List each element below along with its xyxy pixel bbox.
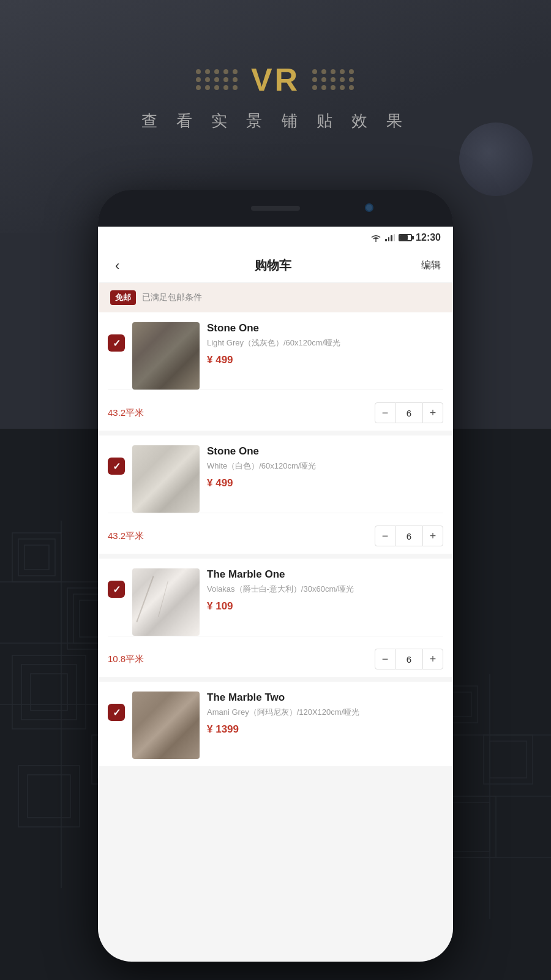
cart-item: ✓ Stone One Light Grey（浅灰色）/60x120cm/哑光 … <box>98 312 453 431</box>
cart-item-top: ✓ The Marble One Volakas（爵士白-意大利）/30x60c… <box>108 568 443 636</box>
cart-item: ✓ The Marble Two Amani Grey（阿玛尼灰）/120X12… <box>98 682 453 766</box>
item-name-1: Stone One <box>207 322 443 334</box>
vr-dots-right <box>312 69 355 90</box>
marble-texture-2 <box>132 692 200 759</box>
vr-dots-left <box>196 69 239 90</box>
shipping-banner: 免邮 已满足包邮条件 <box>98 283 453 312</box>
qty-minus-1[interactable]: − <box>375 402 395 423</box>
svg-rect-0 <box>12 533 61 582</box>
item-name-4: The Marble Two <box>207 692 443 704</box>
quantity-control-1: − 6 + <box>375 402 443 423</box>
qty-minus-3[interactable]: − <box>375 649 395 669</box>
item-bottom-3: 10.8平米 − 6 + <box>108 644 443 669</box>
item-spec-4: Amani Grey（阿玛尼灰）/120X120cm/哑光 <box>207 706 443 718</box>
item-checkbox-3[interactable]: ✓ <box>108 581 125 598</box>
wifi-icon <box>370 233 381 242</box>
vr-title: VR <box>251 61 300 98</box>
phone-camera <box>365 203 373 212</box>
item-name-2: Stone One <box>207 445 443 458</box>
item-bottom-2: 43.2平米 − 6 + <box>108 521 443 546</box>
svg-rect-1 <box>18 539 55 576</box>
stone-texture-1 <box>132 322 200 390</box>
item-spec-3: Volakas（爵士白-意大利）/30x60cm/哑光 <box>207 583 443 595</box>
quantity-control-2: − 6 + <box>375 526 443 546</box>
cart-item: ✓ The Marble One Volakas（爵士白-意大利）/30x60c… <box>98 559 453 677</box>
item-area-3: 10.8平米 <box>108 654 144 665</box>
item-area-2: 43.2平米 <box>108 530 144 542</box>
checkmark-1: ✓ <box>113 337 121 349</box>
item-details-3: The Marble One Volakas（爵士白-意大利）/30x60cm/… <box>207 568 443 612</box>
item-image-2 <box>132 445 200 513</box>
checkmark-2: ✓ <box>113 461 121 472</box>
stone-texture-2 <box>132 445 200 513</box>
qty-value-2: 6 <box>395 526 422 546</box>
item-checkbox-4[interactable]: ✓ <box>108 704 125 721</box>
qty-minus-2[interactable]: − <box>375 526 395 546</box>
cart-content: ✓ Stone One Light Grey（浅灰色）/60x120cm/哑光 … <box>98 312 453 962</box>
svg-rect-20 <box>484 735 533 784</box>
qty-value-1: 6 <box>395 402 422 423</box>
cart-title: 购物车 <box>255 257 291 274</box>
item-bottom-1: 43.2平米 − 6 + <box>108 398 443 423</box>
marble-texture-1 <box>132 568 200 636</box>
item-image-3 <box>132 568 200 636</box>
decorative-circle <box>459 123 533 196</box>
free-shipping-badge: 免邮 <box>110 290 136 305</box>
qty-plus-1[interactable]: + <box>422 402 443 423</box>
edit-button[interactable]: 编辑 <box>421 259 441 272</box>
svg-rect-21 <box>490 741 527 778</box>
item-divider <box>108 513 443 513</box>
status-icons: 12:30 <box>370 232 441 243</box>
qty-plus-2[interactable]: + <box>422 526 443 546</box>
status-time: 12:30 <box>416 232 441 243</box>
svg-rect-2 <box>24 545 49 570</box>
item-name-3: The Marble One <box>207 568 443 581</box>
svg-rect-7 <box>21 665 77 720</box>
battery-icon <box>399 234 412 241</box>
item-divider <box>108 390 443 390</box>
phone-notch <box>98 190 453 227</box>
vr-subtitle: 查 看 实 景 铺 贴 效 果 <box>141 110 410 132</box>
item-details-1: Stone One Light Grey（浅灰色）/60x120cm/哑光 ¥ … <box>207 322 443 366</box>
svg-rect-8 <box>31 674 67 710</box>
cart-item-top: ✓ Stone One Light Grey（浅灰色）/60x120cm/哑光 … <box>108 322 443 390</box>
item-checkbox-2[interactable]: ✓ <box>108 458 125 475</box>
cart-item: ✓ Stone One White（白色）/60x120cm/哑光 ¥ 499 … <box>98 435 453 554</box>
app-header: ‹ 购物车 编辑 <box>98 249 453 283</box>
svg-rect-6 <box>12 655 86 729</box>
item-price-1: ¥ 499 <box>207 354 443 366</box>
item-image-1 <box>132 322 200 390</box>
vr-header: VR 查 看 实 景 铺 贴 效 果 <box>0 61 551 132</box>
item-price-2: ¥ 499 <box>207 477 443 489</box>
status-bar: 12:30 <box>98 227 453 249</box>
item-spec-2: White（白色）/60x120cm/哑光 <box>207 460 443 472</box>
checkmark-3: ✓ <box>113 584 121 595</box>
item-price-4: ¥ 1399 <box>207 723 443 736</box>
checkmark-4: ✓ <box>113 707 121 718</box>
quantity-control-3: − 6 + <box>375 649 443 669</box>
cart-item-top: ✓ Stone One White（白色）/60x120cm/哑光 ¥ 499 <box>108 445 443 513</box>
back-button[interactable]: ‹ <box>110 253 124 279</box>
qty-value-3: 6 <box>395 649 422 669</box>
vr-title-row: VR <box>196 61 355 98</box>
item-divider <box>108 636 443 636</box>
svg-rect-12 <box>28 775 70 818</box>
qty-plus-3[interactable]: + <box>422 649 443 669</box>
svg-point-28 <box>375 240 377 241</box>
signal-icon <box>385 234 395 241</box>
item-details-2: Stone One White（白色）/60x120cm/哑光 ¥ 499 <box>207 445 443 489</box>
item-image-4 <box>132 692 200 759</box>
phone-speaker <box>251 206 300 211</box>
item-price-3: ¥ 109 <box>207 600 443 612</box>
shipping-text: 已满足包邮条件 <box>142 292 202 303</box>
item-details-4: The Marble Two Amani Grey（阿玛尼灰）/120X120c… <box>207 692 443 736</box>
cart-item-top: ✓ The Marble Two Amani Grey（阿玛尼灰）/120X12… <box>108 692 443 759</box>
phone-frame: 12:30 ‹ 购物车 编辑 免邮 已满足包邮条件 ✓ Stone One Li… <box>98 190 453 962</box>
item-spec-1: Light Grey（浅灰色）/60x120cm/哑光 <box>207 337 443 349</box>
item-area-1: 43.2平米 <box>108 407 144 419</box>
item-checkbox-1[interactable]: ✓ <box>108 334 125 352</box>
